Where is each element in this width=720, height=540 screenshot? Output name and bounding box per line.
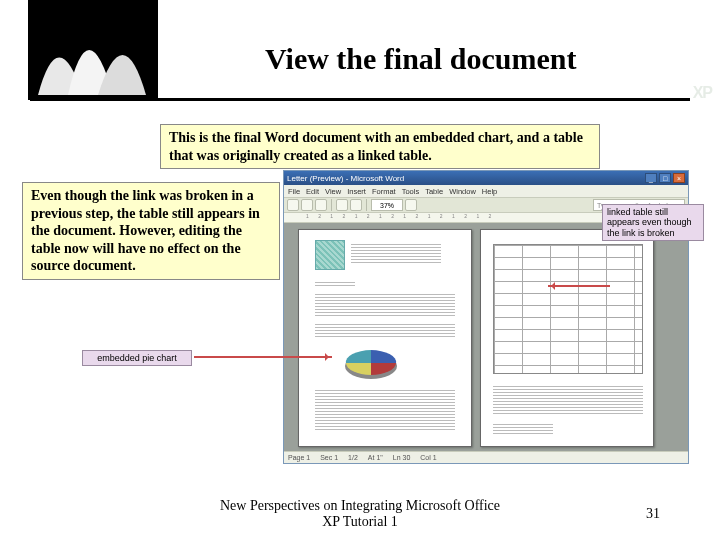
menu-tools[interactable]: Tools: [402, 187, 420, 196]
toolbar-separator: [331, 199, 332, 211]
status-ln: Ln 30: [393, 454, 411, 461]
toolbar-help-icon[interactable]: [405, 199, 417, 211]
decorative-opera-house-image: [28, 0, 158, 100]
toolbar-separator: [366, 199, 367, 211]
page-2: [480, 229, 654, 447]
menu-file[interactable]: File: [288, 187, 300, 196]
letterhead-text: [351, 244, 441, 264]
intro-text: This is the final Word document with an …: [160, 124, 600, 169]
menu-insert[interactable]: Insert: [347, 187, 366, 196]
status-at: At 1": [368, 454, 383, 461]
slide-title: View the final document: [265, 42, 576, 76]
embedded-pie-chart: [341, 348, 401, 382]
linked-table: [493, 244, 643, 374]
menu-view[interactable]: View: [325, 187, 341, 196]
body-text: [315, 324, 455, 338]
menu-help[interactable]: Help: [482, 187, 497, 196]
menu-table[interactable]: Table: [425, 187, 443, 196]
status-col: Col 1: [420, 454, 436, 461]
status-pg: 1/2: [348, 454, 358, 461]
menu-format[interactable]: Format: [372, 187, 396, 196]
menu-window[interactable]: Window: [449, 187, 476, 196]
callout-pie: embedded pie chart: [82, 350, 192, 366]
footer-text: New Perspectives on Integrating Microsof…: [210, 498, 510, 530]
menu-edit[interactable]: Edit: [306, 187, 319, 196]
word-menubar: File Edit View Insert Format Tools Table…: [284, 185, 688, 197]
zoom-level[interactable]: 37%: [371, 199, 403, 211]
document-area: [284, 223, 688, 451]
toolbar-save-icon[interactable]: [315, 199, 327, 211]
minimize-button[interactable]: _: [645, 173, 657, 183]
title-underline: [30, 98, 690, 101]
status-sec: Sec 1: [320, 454, 338, 461]
body-text: [493, 386, 643, 416]
body-text: [315, 282, 355, 288]
page-1: [298, 229, 472, 447]
letterhead-logo: [315, 240, 345, 270]
status-page: Page 1: [288, 454, 310, 461]
slide-number: 31: [646, 506, 660, 522]
toolbar-open-icon[interactable]: [301, 199, 313, 211]
body-text: [315, 390, 455, 430]
header: View the final document XP: [0, 0, 720, 115]
close-button[interactable]: ×: [673, 173, 685, 183]
callout-table: linked table still appears even though t…: [602, 204, 704, 241]
footer: New Perspectives on Integrating Microsof…: [0, 498, 720, 530]
maximize-button[interactable]: □: [659, 173, 671, 183]
word-statusbar: Page 1 Sec 1 1/2 At 1" Ln 30 Col 1: [284, 451, 688, 463]
word-titlebar: Letter (Preview) - Microsoft Word _ □ ×: [284, 171, 688, 185]
xp-badge: XP: [693, 84, 712, 102]
word-title: Letter (Preview) - Microsoft Word: [287, 174, 404, 183]
body-text: [315, 294, 455, 318]
toolbar-new-icon[interactable]: [287, 199, 299, 211]
toolbar-print-icon[interactable]: [336, 199, 348, 211]
signature-text: [493, 424, 553, 434]
toolbar-preview-icon[interactable]: [350, 199, 362, 211]
explanation-text: Even though the link was broken in a pre…: [22, 182, 280, 280]
